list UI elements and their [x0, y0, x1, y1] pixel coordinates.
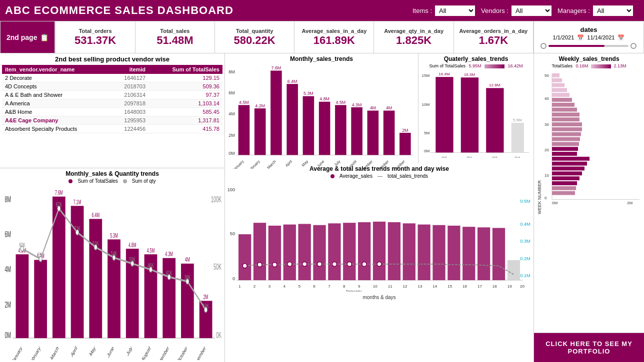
svg-text:4.2M: 4.2M — [255, 103, 265, 108]
range-end-thumb[interactable] — [630, 43, 636, 49]
items-select[interactable]: All — [435, 5, 475, 16]
svg-text:August: August — [346, 159, 358, 169]
total-orders-label: Total_orders — [79, 28, 112, 34]
bar-avg-17 — [478, 227, 490, 280]
svg-text:19: 19 — [508, 284, 512, 289]
table-row: A&E Cage Company12959531,317.81 — [2, 116, 222, 125]
week-bar-39 — [552, 127, 582, 131]
monthly-sales-area: 8M 6M 4M 2M 0M 4.5MJanuary4.2MFebruary7.… — [227, 63, 416, 171]
svg-text:7.6M: 7.6M — [55, 189, 63, 196]
total-quantity-kpi: Total_quantity 580.22K — [215, 21, 294, 53]
total-label: total_sales_trends — [388, 173, 428, 179]
vendor-name-cell: A & E Bath and Shower — [2, 91, 110, 99]
vendors-select[interactable]: All — [512, 5, 552, 16]
monthly-sales-title: Monthly_sales_trends — [227, 55, 416, 62]
svg-text:15M: 15M — [422, 73, 430, 78]
monthly-qty-title: Monthly_sales & Quantity trends — [2, 170, 222, 177]
svg-text:5: 5 — [298, 284, 300, 289]
total-orders-kpi: Total_orders 531.37K — [56, 21, 135, 53]
week-bar-41 — [552, 117, 580, 121]
page-icon: 📋 — [40, 33, 48, 41]
svg-text:18: 18 — [492, 284, 497, 289]
qty-dot-10 — [204, 307, 208, 313]
svg-text:0.4M: 0.4M — [520, 222, 530, 227]
bar-avg-12 — [403, 223, 416, 280]
svg-text:7.1M: 7.1M — [74, 199, 82, 206]
svg-text:November: November — [390, 159, 406, 169]
quarterly-title: Quaterly_sales_trends — [420, 55, 532, 62]
dot-4 — [288, 262, 292, 266]
table-row: 2 Decorate1646127129.15 — [2, 74, 222, 82]
quarterly-section: Quaterly_sales_trends Sum of TotalSales … — [418, 53, 534, 163]
bar-avg-15 — [448, 226, 460, 280]
dot-1 — [242, 264, 247, 268]
x-axis-label: months & days — [227, 295, 532, 300]
svg-text:10: 10 — [373, 284, 378, 289]
svg-text:5M: 5M — [424, 131, 430, 135]
svg-text:September: September — [154, 345, 170, 360]
mq-bar-4 — [89, 219, 102, 338]
managers-select[interactable]: All — [593, 5, 633, 16]
vendor-name-cell: A&E Cage Company — [2, 116, 110, 125]
svg-text:5.3M: 5.3M — [110, 232, 118, 239]
week-bar-45 — [552, 98, 572, 102]
portfolio-button[interactable]: CLICK HERE TO SEE MY PORTFOLIO — [534, 333, 644, 362]
svg-text:0.2M: 0.2M — [520, 256, 530, 261]
svg-text:February: February — [28, 345, 41, 360]
vendor-name-cell: 2 Decorate — [2, 74, 110, 82]
week-bar-28 — [552, 181, 577, 185]
col-itemid: itemid — [110, 65, 148, 74]
monthly-bar-0 — [238, 105, 250, 155]
monthly-bar-10 — [400, 133, 411, 155]
bar-avg-8 — [343, 223, 356, 280]
qty-dot-7 — [149, 267, 152, 273]
table-row: A America20978181,103.14 — [2, 99, 222, 108]
dashboard-title: ABC ECOMMERCE SALES DASHBOARD — [5, 4, 412, 17]
vendor-id-cell: 2097818 — [110, 99, 148, 108]
mq-bar-1 — [34, 260, 47, 338]
monthly-bar-1 — [254, 108, 266, 155]
legend-qty-dot — [123, 179, 127, 183]
week-bar-32 — [552, 162, 587, 166]
qty-dot-6 — [131, 261, 134, 267]
avg-sales-legend: Average_sales — total_sales_trends — [227, 173, 532, 179]
svg-text:0M: 0M — [228, 151, 234, 156]
svg-text:50: 50 — [544, 73, 549, 78]
svg-text:4: 4 — [284, 284, 286, 289]
q2-bar — [436, 77, 453, 152]
bar-avg-3 — [268, 226, 281, 280]
vendor-sales-cell: 585.45 — [148, 108, 222, 116]
svg-text:16.4M: 16.4M — [438, 72, 450, 76]
monthly-bar-8 — [368, 110, 379, 155]
managers-label: Managers : — [558, 7, 590, 14]
avg-sales-label: Average_sales_in_a_day — [302, 28, 366, 34]
col-sales: Sum of TotalSales — [148, 65, 222, 74]
svg-text:40: 40 — [544, 96, 549, 101]
mq-bar-2 — [52, 197, 66, 338]
bottom-chart-section: Average & total sales trends month and d… — [225, 163, 534, 362]
col-vendor: item_vendor.vendor_name — [2, 65, 110, 74]
vendor-name-cell: A America — [2, 99, 110, 108]
vendor-id-cell: 1648003 — [110, 108, 148, 116]
bar-avg-18 — [492, 228, 505, 281]
table-row: Absorbent Specialty Products1224456415.7… — [2, 125, 222, 133]
svg-text:16.3M: 16.3M — [464, 72, 476, 77]
dot-3 — [272, 262, 277, 267]
monthly-bar-2 — [270, 70, 282, 155]
table-row: A & E Bath and Shower210631497.37 — [2, 91, 222, 99]
svg-text:4.3M: 4.3M — [352, 102, 362, 107]
svg-text:4.8M: 4.8M — [128, 242, 136, 249]
svg-text:0M: 0M — [5, 331, 12, 340]
range-track — [548, 45, 628, 47]
svg-text:6M: 6M — [5, 230, 12, 239]
svg-text:4M: 4M — [5, 265, 12, 274]
right-column: Weekly_sales_trends TotalSales 0.16M 2.1… — [534, 53, 644, 362]
avg-qty-label: Average_qty_in_a_day — [384, 28, 444, 34]
avg-qty-value: 1.825K — [396, 34, 432, 47]
svg-text:2M: 2M — [627, 201, 632, 205]
svg-text:July: July — [334, 159, 342, 167]
svg-text:November: November — [192, 345, 206, 360]
avg-qty-kpi: Average_qty_in_a_day 1.825K — [374, 21, 454, 53]
mq-bar-0 — [16, 254, 29, 338]
range-start-thumb[interactable] — [540, 43, 546, 49]
